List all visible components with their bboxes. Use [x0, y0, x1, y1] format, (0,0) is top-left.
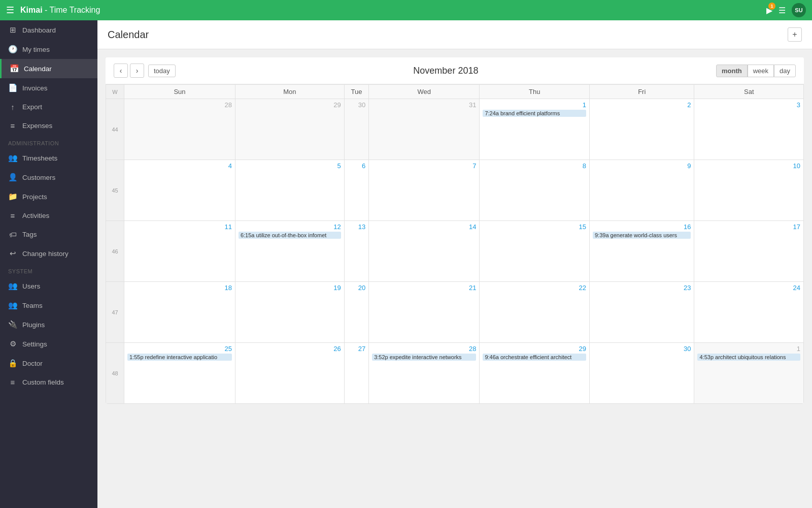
calendar-day[interactable]: 3	[694, 99, 804, 160]
next-button[interactable]: ›	[130, 64, 144, 78]
sidebar-item-dashboard[interactable]: ⊞Dashboard	[0, 20, 97, 40]
day-number: 9	[593, 162, 691, 170]
calendar-day[interactable]: 24	[694, 282, 804, 343]
sidebar-item-my-times[interactable]: 🕐My times	[0, 40, 97, 59]
day-number: 12	[239, 223, 341, 231]
calendar-day[interactable]: 7	[369, 160, 480, 221]
add-button[interactable]: +	[788, 27, 802, 42]
calendar-day[interactable]: 6	[344, 160, 368, 221]
sidebar-item-doctor[interactable]: 🔒Doctor	[0, 354, 97, 373]
change-history-icon: ↩	[8, 249, 17, 258]
sidebar-item-custom-fields[interactable]: ≡Custom fields	[0, 373, 97, 392]
invoices-icon: 📄	[8, 83, 17, 92]
calendar-day[interactable]: 17	[694, 221, 804, 282]
sidebar-item-label: Customers	[22, 174, 55, 181]
calendar-day[interactable]: 29	[235, 99, 344, 160]
calendar-week-row: 4718192021222324	[106, 282, 804, 343]
calendar-day[interactable]: 15	[480, 221, 590, 282]
calendar-day[interactable]: 23	[590, 282, 694, 343]
sidebar-item-plugins[interactable]: 🔌Plugins	[0, 315, 97, 334]
calendar-event[interactable]: 6:15a utilize out-of-the-box infomet	[239, 232, 341, 239]
calendar-day[interactable]: 5	[235, 160, 344, 221]
day-number: 8	[483, 162, 586, 170]
calendar-icon: 📅	[10, 64, 19, 73]
calendar-day[interactable]: 2	[590, 99, 694, 160]
day-header-mon: Mon	[235, 85, 344, 99]
day-number: 2	[593, 101, 691, 109]
calendar-day[interactable]: 31	[369, 99, 480, 160]
calendar-day[interactable]: 26	[235, 343, 344, 404]
avatar[interactable]: SU	[792, 3, 806, 17]
calendar-day[interactable]: 9	[590, 160, 694, 221]
calendar-day[interactable]: 169:39a generate world-class users	[590, 221, 694, 282]
sidebar-item-change-history[interactable]: ↩Change history	[0, 244, 97, 263]
calendar-day[interactable]: 126:15a utilize out-of-the-box infomet	[235, 221, 344, 282]
calendar-day[interactable]: 17:24a brand efficient platforms	[480, 99, 590, 160]
sidebar-item-teams[interactable]: 👥Teams	[0, 296, 97, 315]
calendar-week-row: 48251:55p redefine interactive applicati…	[106, 343, 804, 404]
calendar-day[interactable]: 299:46a orchestrate efficient architect	[480, 343, 590, 404]
day-number: 13	[348, 223, 365, 231]
list-icon[interactable]: ☰	[779, 6, 786, 15]
calendar-day[interactable]: 14:53p architect ubiquitous relations	[694, 343, 804, 404]
sidebar-item-label: Doctor	[22, 360, 43, 367]
sidebar-item-users[interactable]: 👥Users	[0, 276, 97, 296]
calendar-event[interactable]: 3:52p expedite interactive networks	[372, 354, 476, 361]
play-icon[interactable]: ▶ 1	[766, 6, 772, 15]
calendar-event[interactable]: 9:39a generate world-class users	[593, 232, 691, 239]
calendar-day[interactable]: 10	[694, 160, 804, 221]
sidebar-item-export[interactable]: ↑Export	[0, 98, 97, 116]
sidebar-item-invoices[interactable]: 📄Invoices	[0, 78, 97, 98]
day-number: 24	[697, 284, 800, 292]
day-number: 1	[483, 101, 586, 109]
calendar-day[interactable]: 11	[124, 221, 235, 282]
calendar-day[interactable]: 30	[590, 343, 694, 404]
day-header-thu: Thu	[480, 85, 590, 99]
calendar-day[interactable]: 18	[124, 282, 235, 343]
export-icon: ↑	[8, 103, 17, 111]
hamburger-menu-icon[interactable]: ☰	[6, 5, 14, 16]
calendar-day[interactable]: 251:55p redefine interactive applicatio	[124, 343, 235, 404]
users-icon: 👥	[8, 281, 17, 291]
calendar-event[interactable]: 9:46a orchestrate efficient architect	[483, 354, 586, 361]
calendar-day[interactable]: 28	[124, 99, 235, 160]
sidebar-item-activities[interactable]: ≡Activities	[0, 206, 97, 225]
timesheets-icon: 👥	[8, 153, 17, 163]
today-button[interactable]: today	[148, 65, 176, 77]
week-number: 48	[106, 343, 124, 404]
view-week-button[interactable]: week	[748, 65, 774, 77]
sidebar-item-projects[interactable]: 📁Projects	[0, 187, 97, 206]
calendar-event[interactable]: 7:24a brand efficient platforms	[483, 110, 586, 117]
expenses-icon: ≡	[8, 121, 17, 130]
day-number: 29	[239, 101, 341, 109]
view-day-button[interactable]: day	[774, 65, 796, 77]
calendar-day[interactable]: 13	[344, 221, 368, 282]
sidebar-item-label: Custom fields	[22, 378, 64, 386]
sidebar-item-expenses[interactable]: ≡Expenses	[0, 116, 97, 135]
sidebar-item-calendar[interactable]: 📅Calendar	[0, 59, 97, 78]
topnav: ☰ Kimai - Time Tracking ▶ 1 ☰ SU	[0, 0, 812, 20]
calendar-day[interactable]: 30	[344, 99, 368, 160]
calendar-event[interactable]: 4:53p architect ubiquitous relations	[697, 354, 800, 361]
sidebar-item-settings[interactable]: ⚙Settings	[0, 334, 97, 354]
calendar-day[interactable]: 22	[480, 282, 590, 343]
doctor-icon: 🔒	[8, 359, 17, 368]
calendar-day[interactable]: 19	[235, 282, 344, 343]
brand-logo: Kimai - Time Tracking	[20, 6, 100, 15]
calendar-day[interactable]: 20	[344, 282, 368, 343]
sidebar-item-label: Activities	[22, 212, 49, 219]
day-number: 28	[372, 345, 476, 353]
calendar-day[interactable]: 4	[124, 160, 235, 221]
calendar-event[interactable]: 1:55p redefine interactive applicatio	[127, 354, 232, 361]
sidebar-item-customers[interactable]: 👤Customers	[0, 168, 97, 187]
sidebar-item-timesheets[interactable]: 👥Timesheets	[0, 148, 97, 168]
sidebar-item-tags[interactable]: 🏷Tags	[0, 225, 97, 244]
calendar-day[interactable]: 283:52p expedite interactive networks	[369, 343, 480, 404]
calendar-day[interactable]: 21	[369, 282, 480, 343]
calendar-day[interactable]: 14	[369, 221, 480, 282]
prev-button[interactable]: ‹	[114, 64, 128, 78]
calendar-day[interactable]: 27	[344, 343, 368, 404]
calendar-day[interactable]: 8	[480, 160, 590, 221]
view-month-button[interactable]: month	[716, 65, 748, 77]
day-header-tue: Tue	[344, 85, 368, 99]
